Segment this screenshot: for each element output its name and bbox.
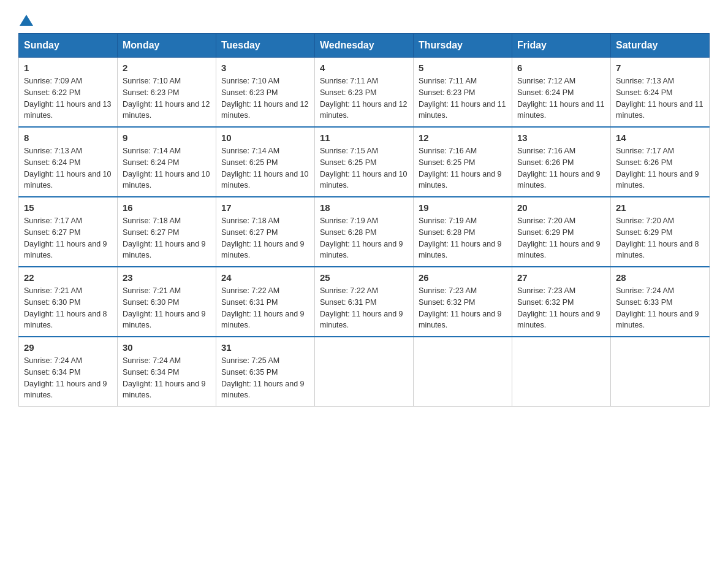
day-header-friday: Friday bbox=[512, 34, 611, 58]
day-number: 16 bbox=[123, 202, 211, 213]
day-number: 18 bbox=[320, 202, 408, 213]
calendar-cell: 17Sunrise: 7:18 AMSunset: 6:27 PMDayligh… bbox=[216, 197, 315, 267]
day-number: 14 bbox=[616, 132, 704, 143]
day-info: Sunrise: 7:24 AMSunset: 6:34 PMDaylight:… bbox=[24, 356, 107, 399]
day-number: 17 bbox=[221, 202, 309, 213]
calendar-cell: 26Sunrise: 7:23 AMSunset: 6:32 PMDayligh… bbox=[414, 267, 512, 337]
day-info: Sunrise: 7:23 AMSunset: 6:32 PMDaylight:… bbox=[419, 286, 502, 329]
calendar-cell: 12Sunrise: 7:16 AMSunset: 6:25 PMDayligh… bbox=[414, 127, 512, 197]
calendar-cell: 1Sunrise: 7:09 AMSunset: 6:22 PMDaylight… bbox=[19, 58, 118, 128]
calendar-cell: 5Sunrise: 7:11 AMSunset: 6:23 PMDaylight… bbox=[414, 58, 512, 128]
day-info: Sunrise: 7:12 AMSunset: 6:24 PMDaylight:… bbox=[517, 77, 604, 120]
day-number: 22 bbox=[24, 272, 112, 283]
calendar-cell: 22Sunrise: 7:21 AMSunset: 6:30 PMDayligh… bbox=[19, 267, 118, 337]
day-number: 28 bbox=[616, 272, 704, 283]
svg-marker-0 bbox=[20, 15, 33, 26]
day-number: 12 bbox=[419, 132, 507, 143]
day-number: 6 bbox=[517, 63, 605, 73]
calendar-cell: 14Sunrise: 7:17 AMSunset: 6:26 PMDayligh… bbox=[611, 127, 710, 197]
day-number: 19 bbox=[419, 202, 507, 213]
day-number: 15 bbox=[24, 202, 112, 213]
calendar-cell: 3Sunrise: 7:10 AMSunset: 6:23 PMDaylight… bbox=[216, 58, 315, 128]
calendar-cell: 25Sunrise: 7:22 AMSunset: 6:31 PMDayligh… bbox=[315, 267, 414, 337]
day-header-thursday: Thursday bbox=[414, 34, 512, 58]
calendar-cell: 2Sunrise: 7:10 AMSunset: 6:23 PMDaylight… bbox=[118, 58, 216, 128]
day-number: 7 bbox=[616, 63, 704, 73]
day-number: 21 bbox=[616, 202, 704, 213]
day-number: 20 bbox=[517, 202, 605, 213]
calendar-cell: 19Sunrise: 7:19 AMSunset: 6:28 PMDayligh… bbox=[414, 197, 512, 267]
day-info: Sunrise: 7:11 AMSunset: 6:23 PMDaylight:… bbox=[320, 77, 407, 120]
day-number: 27 bbox=[517, 272, 605, 283]
calendar-cell: 21Sunrise: 7:20 AMSunset: 6:29 PMDayligh… bbox=[611, 197, 710, 267]
calendar-header-row: SundayMondayTuesdayWednesdayThursdayFrid… bbox=[19, 34, 710, 58]
day-info: Sunrise: 7:17 AMSunset: 6:26 PMDaylight:… bbox=[616, 147, 699, 190]
day-info: Sunrise: 7:09 AMSunset: 6:22 PMDaylight:… bbox=[24, 77, 111, 120]
day-number: 24 bbox=[221, 272, 309, 283]
day-number: 1 bbox=[24, 63, 112, 73]
day-info: Sunrise: 7:20 AMSunset: 6:29 PMDaylight:… bbox=[616, 216, 699, 259]
day-number: 31 bbox=[221, 342, 309, 353]
calendar-cell: 8Sunrise: 7:13 AMSunset: 6:24 PMDaylight… bbox=[19, 127, 118, 197]
calendar-cell bbox=[414, 337, 512, 407]
calendar-cell: 23Sunrise: 7:21 AMSunset: 6:30 PMDayligh… bbox=[118, 267, 216, 337]
calendar-week-row: 15Sunrise: 7:17 AMSunset: 6:27 PMDayligh… bbox=[19, 197, 710, 267]
day-info: Sunrise: 7:16 AMSunset: 6:26 PMDaylight:… bbox=[517, 147, 601, 190]
day-info: Sunrise: 7:23 AMSunset: 6:32 PMDaylight:… bbox=[517, 286, 601, 329]
day-info: Sunrise: 7:24 AMSunset: 6:33 PMDaylight:… bbox=[616, 286, 699, 329]
day-info: Sunrise: 7:10 AMSunset: 6:23 PMDaylight:… bbox=[123, 77, 210, 120]
day-info: Sunrise: 7:19 AMSunset: 6:28 PMDaylight:… bbox=[320, 216, 403, 259]
day-number: 30 bbox=[123, 342, 211, 353]
day-info: Sunrise: 7:24 AMSunset: 6:34 PMDaylight:… bbox=[123, 356, 206, 399]
day-number: 26 bbox=[419, 272, 507, 283]
day-info: Sunrise: 7:17 AMSunset: 6:27 PMDaylight:… bbox=[24, 216, 107, 259]
calendar-cell bbox=[315, 337, 414, 407]
day-header-wednesday: Wednesday bbox=[315, 34, 414, 58]
calendar-cell: 11Sunrise: 7:15 AMSunset: 6:25 PMDayligh… bbox=[315, 127, 414, 197]
calendar-cell: 31Sunrise: 7:25 AMSunset: 6:35 PMDayligh… bbox=[216, 337, 315, 407]
day-info: Sunrise: 7:22 AMSunset: 6:31 PMDaylight:… bbox=[221, 286, 305, 329]
calendar-cell: 30Sunrise: 7:24 AMSunset: 6:34 PMDayligh… bbox=[118, 337, 216, 407]
day-info: Sunrise: 7:21 AMSunset: 6:30 PMDaylight:… bbox=[24, 286, 107, 329]
calendar-cell: 10Sunrise: 7:14 AMSunset: 6:25 PMDayligh… bbox=[216, 127, 315, 197]
day-info: Sunrise: 7:11 AMSunset: 6:23 PMDaylight:… bbox=[419, 77, 506, 120]
day-header-tuesday: Tuesday bbox=[216, 34, 315, 58]
day-number: 2 bbox=[123, 63, 211, 73]
calendar-cell: 24Sunrise: 7:22 AMSunset: 6:31 PMDayligh… bbox=[216, 267, 315, 337]
logo-icon bbox=[18, 12, 33, 27]
day-header-monday: Monday bbox=[118, 34, 216, 58]
day-header-sunday: Sunday bbox=[19, 34, 118, 58]
calendar-week-row: 22Sunrise: 7:21 AMSunset: 6:30 PMDayligh… bbox=[19, 267, 710, 337]
day-info: Sunrise: 7:21 AMSunset: 6:30 PMDaylight:… bbox=[123, 286, 206, 329]
calendar-cell: 13Sunrise: 7:16 AMSunset: 6:26 PMDayligh… bbox=[512, 127, 611, 197]
day-info: Sunrise: 7:14 AMSunset: 6:24 PMDaylight:… bbox=[123, 147, 210, 190]
logo-triangle-icon bbox=[20, 13, 33, 27]
calendar-cell: 15Sunrise: 7:17 AMSunset: 6:27 PMDayligh… bbox=[19, 197, 118, 267]
day-number: 23 bbox=[123, 272, 211, 283]
day-info: Sunrise: 7:13 AMSunset: 6:24 PMDaylight:… bbox=[616, 77, 703, 120]
calendar-cell: 6Sunrise: 7:12 AMSunset: 6:24 PMDaylight… bbox=[512, 58, 611, 128]
day-info: Sunrise: 7:20 AMSunset: 6:29 PMDaylight:… bbox=[517, 216, 601, 259]
day-number: 5 bbox=[419, 63, 507, 73]
day-number: 29 bbox=[24, 342, 112, 353]
calendar-cell: 29Sunrise: 7:24 AMSunset: 6:34 PMDayligh… bbox=[19, 337, 118, 407]
calendar-cell: 28Sunrise: 7:24 AMSunset: 6:33 PMDayligh… bbox=[611, 267, 710, 337]
calendar-week-row: 29Sunrise: 7:24 AMSunset: 6:34 PMDayligh… bbox=[19, 337, 710, 407]
day-number: 9 bbox=[123, 132, 211, 143]
calendar-cell: 9Sunrise: 7:14 AMSunset: 6:24 PMDaylight… bbox=[118, 127, 216, 197]
day-info: Sunrise: 7:16 AMSunset: 6:25 PMDaylight:… bbox=[419, 147, 502, 190]
calendar-table: SundayMondayTuesdayWednesdayThursdayFrid… bbox=[18, 33, 710, 407]
day-number: 4 bbox=[320, 63, 408, 73]
calendar-week-row: 8Sunrise: 7:13 AMSunset: 6:24 PMDaylight… bbox=[19, 127, 710, 197]
day-number: 11 bbox=[320, 132, 408, 143]
day-number: 13 bbox=[517, 132, 605, 143]
calendar-cell: 4Sunrise: 7:11 AMSunset: 6:23 PMDaylight… bbox=[315, 58, 414, 128]
day-info: Sunrise: 7:19 AMSunset: 6:28 PMDaylight:… bbox=[419, 216, 502, 259]
calendar-cell: 16Sunrise: 7:18 AMSunset: 6:27 PMDayligh… bbox=[118, 197, 216, 267]
calendar-cell bbox=[611, 337, 710, 407]
calendar-cell: 27Sunrise: 7:23 AMSunset: 6:32 PMDayligh… bbox=[512, 267, 611, 337]
day-info: Sunrise: 7:10 AMSunset: 6:23 PMDaylight:… bbox=[221, 77, 308, 120]
calendar-cell: 7Sunrise: 7:13 AMSunset: 6:24 PMDaylight… bbox=[611, 58, 710, 128]
day-info: Sunrise: 7:25 AMSunset: 6:35 PMDaylight:… bbox=[221, 356, 305, 399]
logo bbox=[18, 12, 33, 27]
